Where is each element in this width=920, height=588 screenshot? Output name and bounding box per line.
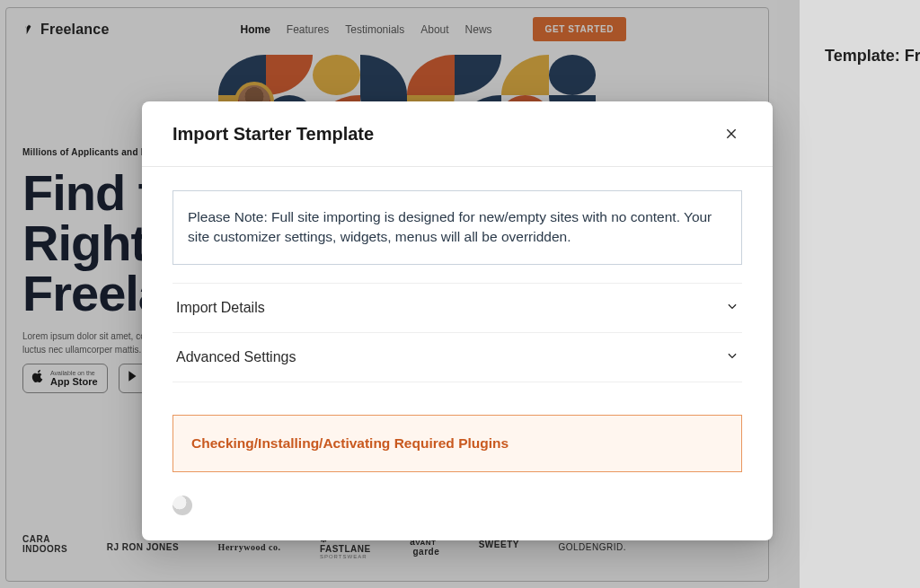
brand-1: CARAINDOORS: [22, 534, 67, 559]
chevron-down-icon: [726, 300, 739, 316]
progress-indicator: [172, 496, 192, 515]
advanced-settings-label: Advanced Settings: [176, 349, 296, 365]
chevron-down-icon: [726, 349, 739, 365]
google-play-icon: [127, 369, 139, 388]
import-details-section[interactable]: Import Details: [172, 283, 742, 332]
nav-home[interactable]: Home: [241, 23, 270, 36]
advanced-settings-section[interactable]: Advanced Settings: [172, 332, 742, 382]
nav-news[interactable]: News: [465, 23, 492, 36]
modal-title: Import Starter Template: [172, 124, 374, 145]
import-status-text: Checking/Installing/Activating Required …: [191, 435, 723, 452]
site-brand: Freelance: [40, 22, 110, 38]
app-store-badge[interactable]: Available on the App Store: [22, 364, 108, 393]
site-logo: [22, 22, 35, 38]
close-button[interactable]: [721, 123, 742, 145]
get-started-button[interactable]: GET STARTED: [533, 17, 626, 41]
import-details-label: Import Details: [176, 300, 265, 316]
import-starter-template-modal: Import Starter Template Please Note: Ful…: [142, 101, 773, 540]
import-note: Please Note: Full site importing is desi…: [172, 190, 742, 265]
nav-features[interactable]: Features: [287, 23, 329, 36]
import-status-box: Checking/Installing/Activating Required …: [172, 415, 742, 472]
brand-6: SWEETY: [479, 540, 519, 555]
accordion: Import Details Advanced Settings: [172, 283, 742, 382]
nav-about[interactable]: About: [420, 23, 448, 36]
modal-body: Please Note: Full site importing is desi…: [142, 167, 773, 540]
modal-header: Import Starter Template: [142, 101, 773, 167]
apple-icon: [31, 368, 45, 389]
app-store-small: Available on the: [50, 370, 98, 376]
site-header: Freelance Home Features Testimonials Abo…: [6, 8, 768, 50]
template-name-label: Template: Freelance: [825, 47, 920, 66]
site-nav: Home Features Testimonials About News: [241, 23, 492, 36]
app-store-big: App Store: [50, 376, 98, 387]
close-icon: [725, 127, 738, 140]
brand-2: RJ RON JONES: [107, 542, 179, 552]
nav-testimonials[interactable]: Testimonials: [345, 23, 404, 36]
brand-3: Herrywood co.: [218, 542, 281, 552]
right-sidebar: Template: Freelance: [800, 0, 920, 588]
brand-7: GOLDENGRID.: [558, 542, 626, 552]
